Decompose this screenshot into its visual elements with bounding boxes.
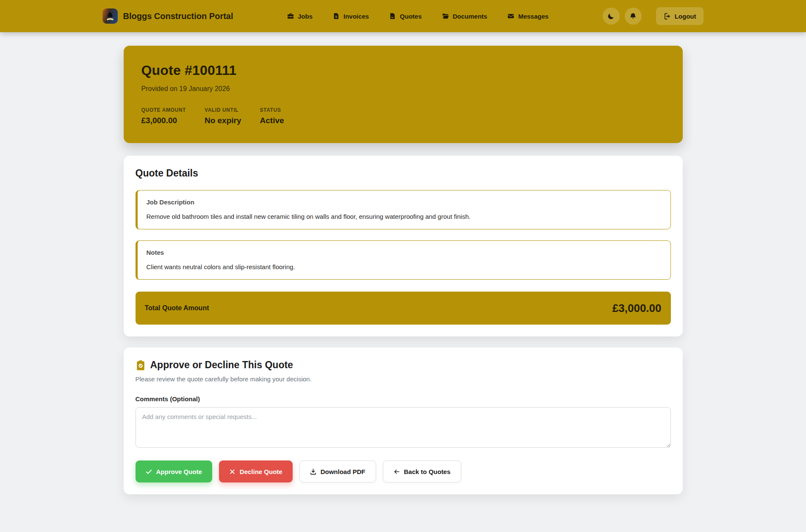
stat-label: STATUS [260,107,284,113]
logout-label: Logout [675,13,696,20]
quote-title: Quote #100111 [141,63,665,78]
back-label: Back to Quotes [404,468,451,475]
top-nav: Bloggs Construction Portal Jobs $ Invoic… [0,0,806,32]
briefcase-icon [287,13,294,19]
notifications-button[interactable] [625,8,642,25]
header-actions: Logout [603,7,704,25]
job-description-label: Job Description [147,198,662,206]
nav-item-messages[interactable]: Messages [507,13,548,20]
stat-value: No expiry [205,116,241,125]
stat-label: QUOTE AMOUNT [141,107,186,113]
nav-label: Messages [518,13,548,20]
file-invoice-icon: $ [333,13,340,19]
moon-icon [607,13,615,20]
envelope-icon [507,13,514,19]
approve-label: Approve Quote [156,468,202,475]
logout-icon [664,13,671,20]
nav-item-jobs[interactable]: Jobs [287,13,313,20]
bell-icon [629,13,637,20]
job-description-text: Remove old bathroom tiles and install ne… [147,212,662,221]
quote-stats: QUOTE AMOUNT £3,000.00 VALID UNTIL No ex… [141,107,665,125]
comments-input[interactable] [136,407,671,448]
notes-label: Notes [147,249,662,256]
check-icon [146,469,152,475]
notes-text: Client wants neutral colors and slip-res… [147,262,662,271]
main-content: Quote #100111 Provided on 19 January 202… [124,46,683,494]
svg-text:$: $ [335,15,338,19]
stat-valid-until: VALID UNTIL No expiry [205,107,241,125]
approve-quote-button[interactable]: Approve Quote [136,460,212,482]
job-description-box: Job Description Remove old bathroom tile… [136,190,671,229]
nav-item-invoices[interactable]: $ Invoices [333,13,369,20]
stat-label: VALID UNTIL [205,107,241,113]
folder-open-icon [442,13,449,19]
total-amount-value: £3,000.00 [612,302,662,315]
nav-item-quotes[interactable]: Quotes [389,13,422,20]
x-icon [229,469,235,475]
app-logo-icon [102,8,118,24]
nav-label: Jobs [298,13,313,20]
decision-subtitle: Please review the quote carefully before… [136,375,671,383]
quote-provided-date: Provided on 19 January 2026 [141,85,665,93]
back-to-quotes-button[interactable]: Back to Quotes [383,460,461,482]
decline-label: Decline Quote [240,468,283,475]
nav-label: Invoices [343,13,369,20]
total-amount-bar: Total Quote Amount £3,000.00 [136,292,671,325]
download-pdf-button[interactable]: Download PDF [299,460,376,482]
brand-title: Bloggs Construction Portal [123,11,233,21]
decision-heading: Approve or Decline This Quote [136,359,671,371]
decision-card: Approve or Decline This Quote Please rev… [124,347,683,494]
nav-label: Quotes [400,13,422,20]
decline-quote-button[interactable]: Decline Quote [219,460,293,482]
decision-buttons: Approve Quote Decline Quote Download PDF… [136,460,671,482]
stat-quote-amount: QUOTE AMOUNT £3,000.00 [141,107,186,125]
arrow-left-icon [393,469,400,475]
nav-item-documents[interactable]: Documents [442,13,487,20]
quote-details-heading: Quote Details [136,168,671,179]
file-signature-icon [389,13,396,19]
quote-details-card: Quote Details Job Description Remove old… [124,156,683,336]
status-badge: Active [260,116,284,125]
total-amount-label: Total Quote Amount [145,304,209,312]
stat-status: STATUS Active [260,107,284,125]
notes-box: Notes Client wants neutral colors and sl… [136,240,671,280]
quote-summary-card: Quote #100111 Provided on 19 January 202… [124,46,683,143]
nav-label: Documents [453,13,487,20]
main-nav: Jobs $ Invoices Quotes Documents [287,13,548,20]
brand[interactable]: Bloggs Construction Portal [102,8,233,24]
stat-value: £3,000.00 [141,116,186,125]
decision-title: Approve or Decline This Quote [150,359,293,371]
clipboard-check-icon [136,360,146,371]
download-icon [310,469,316,475]
logout-button[interactable]: Logout [656,7,704,25]
comments-label: Comments (Optional) [136,395,671,402]
download-label: Download PDF [321,468,366,475]
dark-mode-toggle[interactable] [603,8,620,25]
